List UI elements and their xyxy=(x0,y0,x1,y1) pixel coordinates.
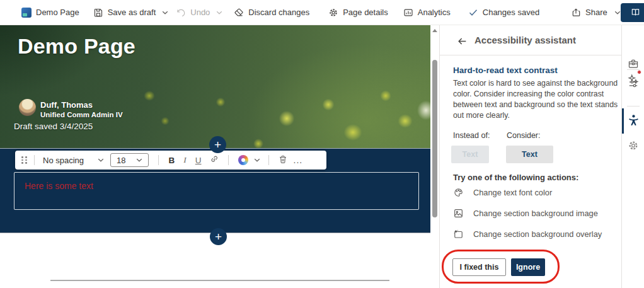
republish-button[interactable]: Republish xyxy=(621,3,644,22)
italic-button[interactable]: I xyxy=(179,155,191,165)
panel-title: Accessibility assistant xyxy=(474,35,576,45)
link-icon xyxy=(209,154,219,164)
active-tool-indicator xyxy=(622,108,624,134)
spacing-value: No spacing xyxy=(43,156,84,165)
book-icon xyxy=(631,8,640,17)
toolbox-icon xyxy=(628,58,639,69)
copilot-chevron-down-icon[interactable] xyxy=(254,158,260,162)
font-size-dropdown[interactable]: 18 xyxy=(110,153,148,167)
share-button[interactable]: Share xyxy=(571,8,621,18)
action-label: Change section background overlay xyxy=(473,229,602,239)
share-chevron-down-icon xyxy=(614,11,621,14)
discard-changes-button[interactable]: Discard changes xyxy=(234,8,309,18)
page-title[interactable]: Demo Page xyxy=(18,34,135,59)
page-brand-icon xyxy=(21,8,32,18)
analytics-icon xyxy=(403,8,413,18)
panel-header: Accessibility assistant xyxy=(440,25,621,55)
trash-icon xyxy=(278,154,288,164)
divider xyxy=(34,155,35,165)
eraser-icon xyxy=(234,8,244,18)
contrast-sample-before: Text xyxy=(451,146,489,163)
accessibility-assistant-button[interactable] xyxy=(627,113,640,126)
issue-title: Hard-to-read text contrast xyxy=(453,66,558,75)
body-text[interactable]: Here is some text xyxy=(25,181,408,191)
author-name: Duff, Thomas xyxy=(40,100,93,110)
add-section-button-bottom[interactable]: + xyxy=(210,228,227,245)
instead-of-label: Instead of: xyxy=(453,131,490,140)
scroll-up-arrow-icon[interactable] xyxy=(432,29,437,32)
author-role: Unified Comm Admin IV xyxy=(40,111,123,118)
page-brand-label: Demo Page xyxy=(36,8,79,17)
divider-webpart[interactable] xyxy=(50,280,389,281)
i-fixed-this-button[interactable]: I fixed this xyxy=(452,258,506,276)
divider xyxy=(627,106,640,107)
undo-label: Undo xyxy=(190,8,210,17)
analytics-label: Analytics xyxy=(418,8,451,17)
palette-icon xyxy=(453,187,464,198)
gear-icon xyxy=(328,8,338,18)
draft-saved-status: Draft saved 3/4/2025 xyxy=(14,122,93,131)
scrollbar-thumb[interactable] xyxy=(432,60,437,217)
chevron-down-icon xyxy=(98,158,104,162)
webpart-toolbox-button[interactable] xyxy=(627,57,640,70)
canvas-scrollbar[interactable] xyxy=(430,25,439,288)
settings-button[interactable] xyxy=(627,139,640,152)
analytics-button[interactable]: Analytics xyxy=(403,8,451,18)
changes-saved-label: Changes saved xyxy=(483,8,539,17)
font-size-value: 18 xyxy=(117,156,125,165)
chevron-down-icon xyxy=(136,158,142,162)
editor-tools-rail xyxy=(621,25,644,288)
share-icon xyxy=(571,8,581,18)
delete-webpart-button[interactable] xyxy=(275,154,291,166)
author-avatar xyxy=(19,99,36,116)
undo-icon xyxy=(176,8,186,18)
text-webpart[interactable]: Here is some text xyxy=(14,172,419,210)
undo-button[interactable]: Undo xyxy=(176,8,210,18)
copilot-icon[interactable] xyxy=(238,155,248,165)
gear-icon xyxy=(628,140,639,151)
command-bar: Demo Page Save as draft Undo xyxy=(0,0,644,25)
text-format-toolbar: No spacing 18 B I U xyxy=(15,151,326,170)
undo-options-chevron-down-icon[interactable] xyxy=(216,11,222,14)
hero-banner-image[interactable]: Demo Page Duff, Thomas Unified Comm Admi… xyxy=(0,25,430,148)
hyperlink-button[interactable] xyxy=(206,154,222,166)
design-ideas-button[interactable] xyxy=(627,73,640,86)
image-icon xyxy=(453,208,464,219)
page-brand: Demo Page xyxy=(21,8,79,18)
issue-description: Text color is hard to see against the ba… xyxy=(453,78,618,121)
back-button[interactable] xyxy=(455,34,469,48)
save-icon xyxy=(93,8,103,18)
save-options-chevron-down-icon[interactable] xyxy=(162,11,168,14)
discard-changes-label: Discard changes xyxy=(248,8,309,17)
divider xyxy=(268,155,269,165)
sparkle-icon xyxy=(628,74,639,85)
sharepoint-page-editor: Demo Page Save as draft Undo xyxy=(0,0,644,288)
underline-button[interactable]: U xyxy=(191,156,206,165)
save-as-draft-label: Save as draft xyxy=(108,8,156,17)
page-details-label: Page details xyxy=(343,8,388,17)
spacing-dropdown[interactable]: No spacing xyxy=(43,156,104,165)
overlay-icon xyxy=(453,229,464,239)
action-change-font-color[interactable]: Change text font color xyxy=(453,185,611,199)
action-label: Change text font color xyxy=(473,188,552,197)
add-section-button-top[interactable]: + xyxy=(209,136,226,153)
page-details-button[interactable]: Page details xyxy=(328,8,388,18)
accessibility-icon xyxy=(628,114,640,126)
toolbar-overflow-button[interactable]: ... xyxy=(291,155,306,165)
actions-heading: Try one of the following actions: xyxy=(453,173,578,182)
back-arrow-icon xyxy=(457,36,468,47)
save-as-draft-button[interactable]: Save as draft xyxy=(93,8,156,18)
changes-saved-status: Changes saved xyxy=(468,8,539,18)
action-change-background-overlay[interactable]: Change section background overlay xyxy=(453,227,611,241)
divider xyxy=(158,155,159,165)
action-label: Change section background image xyxy=(473,209,598,218)
accessibility-assistant-panel: Accessibility assistant Hard-to-read tex… xyxy=(439,25,621,288)
contrast-sample-after: Text xyxy=(506,146,553,163)
consider-label: Consider: xyxy=(507,131,541,140)
action-change-background-image[interactable]: Change section background image xyxy=(453,206,611,220)
bold-button[interactable]: B xyxy=(164,156,180,165)
checkmark-icon xyxy=(468,8,478,18)
divider xyxy=(228,155,229,165)
ignore-button[interactable]: Ignore xyxy=(511,258,545,276)
drag-handle-icon[interactable] xyxy=(21,156,27,164)
